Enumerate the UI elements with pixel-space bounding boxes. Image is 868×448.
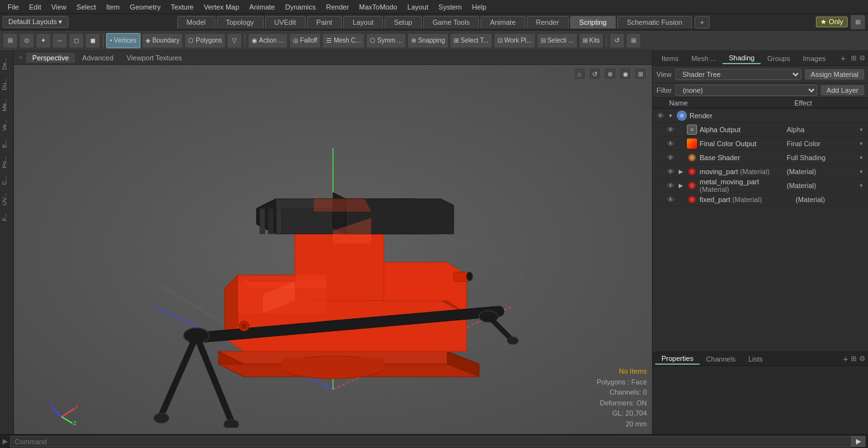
rt-tab-add[interactable]: + [841,53,846,64]
vp-home-btn[interactable]: ⌂ [573,67,586,80]
vp-reset-btn[interactable]: ↺ [588,67,601,80]
tab-paint[interactable]: Paint [307,16,342,29]
expand-final[interactable] [677,140,684,147]
eye-icon-moving[interactable]: 👁 [665,166,675,177]
menu-dynamics[interactable]: Dynamics [280,2,321,12]
menu-file[interactable]: File [3,2,24,12]
rt-tab-mesh[interactable]: Mesh ... [685,53,722,64]
arrow-metal-moving[interactable]: ▾ [857,181,865,190]
expand-fixed[interactable] [677,196,684,203]
sidebar-tab-0[interactable]: De... [0,53,13,74]
layouts-dropdown[interactable]: Default Layouts ▾ [3,16,69,28]
shader-row-base[interactable]: 👁 Base Shader Full Shading ▾ [663,151,868,165]
menu-system[interactable]: System [433,2,467,12]
vp-zoom-btn[interactable]: ⊕ [604,67,616,80]
sidebar-tab-1[interactable]: Du... [0,74,13,94]
rt-tab-items[interactable]: Items [655,53,685,64]
eye-icon-metal-moving[interactable]: 👁 [665,180,675,191]
rt-tab-shading[interactable]: Shading [722,53,761,64]
shader-row-moving[interactable]: 👁 ▶ moving_part (Material) (Material) ▾ [663,165,868,179]
polygons-btn[interactable]: ⬡ Polygons [184,33,226,48]
expand-alpha[interactable] [677,126,684,133]
tab-model[interactable]: Model [177,16,215,29]
expand-metal-moving[interactable]: ▶ [677,182,684,189]
star-badge[interactable]: ★ Only [816,17,848,27]
tab-uvedit[interactable]: UVEdit [265,16,306,29]
action-btn[interactable]: ◉ Action ... [248,33,287,48]
expand-base[interactable] [677,154,684,161]
viewport-canvas[interactable]: ⌂ ↺ ⊕ ◉ ⊞ Y X Z No Items Po [14,65,652,434]
props-settings-icon[interactable]: ⚙ [859,355,865,363]
mesh-btn[interactable]: ☰ Mesh C... [322,33,365,48]
menu-animate[interactable]: Animate [244,2,280,12]
shader-row-fixed[interactable]: 👁 fixed_part (Material) (Material) [663,193,868,207]
sidebar-tab-6[interactable]: C... [0,172,13,189]
vp-view-btn[interactable]: ◉ [619,67,632,80]
menu-render[interactable]: Render [321,2,354,12]
tab-game-tools[interactable]: Game Tools [423,16,480,29]
menu-maxtomodo[interactable]: MaxToModo [354,2,402,12]
grid-toggle[interactable]: ⊞ [3,33,18,48]
falloff-toggle[interactable]: ✦ [36,33,51,48]
viewport-area[interactable]: ≡ Perspective Advanced Viewport Textures [14,51,652,434]
props-tab-add[interactable]: + [843,354,848,364]
sidebar-tab-8[interactable]: F... [0,209,13,225]
rt-tab-images[interactable]: Images [796,53,832,64]
kits-btn[interactable]: ⊞ Kits [579,33,604,48]
tab-scripting[interactable]: Scripting [570,16,616,29]
select-btn[interactable]: ⊞ Select T... [450,33,492,48]
menu-view[interactable]: View [46,2,72,12]
props-expand-icon[interactable]: ⊞ [851,355,857,363]
vp-tab-textures[interactable]: Viewport Textures [120,53,188,63]
sidebar-tab-3[interactable]: Ve... [0,115,13,135]
tab-animate[interactable]: Animate [480,16,525,29]
assign-material-btn[interactable]: Assign Material [805,69,864,79]
arrow-base[interactable]: ▾ [857,153,865,162]
transform-toggle[interactable]: ↔ [52,33,67,48]
eye-icon-render[interactable]: 👁 [655,111,665,121]
tab-plus[interactable]: + [695,16,710,29]
workplane-toggle[interactable]: ⊙ [19,33,34,48]
boundary-btn[interactable]: ◈ Boundary [142,33,184,48]
shader-row-metal-moving[interactable]: 👁 ▶ metal_moving_part (Material) (Materi… [663,179,868,193]
maximize-btn[interactable]: ⊞ [850,15,865,30]
arrow-alpha[interactable]: ▾ [857,125,865,134]
menu-select[interactable]: Select [71,2,101,12]
eye-icon-final[interactable]: 👁 [665,139,675,149]
props-tab-channels[interactable]: Channels [700,354,742,364]
cmd-submit[interactable]: ▶ [851,436,865,447]
vp-tab-perspective[interactable]: Perspective [26,53,75,63]
arrow-final[interactable]: ▾ [857,139,865,148]
snapping-btn[interactable]: ⊕ Snapping [407,33,449,48]
arrow-moving[interactable]: ▾ [857,167,865,176]
mode-dropdown[interactable]: ▽ [227,33,242,48]
eye-icon-base[interactable]: 👁 [665,153,675,163]
menu-edit[interactable]: Edit [24,2,46,12]
menu-layout[interactable]: Layout [402,2,433,12]
tab-topology[interactable]: Topology [217,16,264,29]
tab-layout[interactable]: Layout [343,16,383,29]
symmetry-toggle[interactable]: ◼ [85,33,100,48]
filter-dropdown[interactable]: (none) [675,85,817,96]
tab-setup[interactable]: Setup [384,16,422,29]
vp-menu-icon[interactable]: ≡ [17,53,25,62]
shader-tree[interactable]: 👁 ▾ Render 👁 α Alpha Output Alpha ▾ [653,109,868,351]
props-tab-lists[interactable]: Lists [742,354,770,364]
shader-view-dropdown[interactable]: Shader Tree [675,69,801,80]
vertices-btn[interactable]: • Vertices [106,33,140,48]
cmd-input[interactable] [10,436,851,447]
snap-toggle[interactable]: ◻ [69,33,84,48]
tab-schematic-fusion[interactable]: Schematic Fusion [617,16,691,29]
tab-render[interactable]: Render [527,16,569,29]
vp-expand-btn[interactable]: ⊞ [634,67,647,80]
menu-help[interactable]: Help [467,2,492,12]
rotate-btn[interactable]: ↺ [609,33,625,48]
menu-texture[interactable]: Texture [166,2,199,12]
shader-row-render[interactable]: 👁 ▾ Render [653,109,868,123]
sidebar-tab-7[interactable]: UV... [0,189,13,209]
rt-expand-btn[interactable]: ⊞ [851,54,857,62]
sidebar-tab-4[interactable]: E... [0,135,13,152]
eye-icon-alpha[interactable]: 👁 [665,125,675,135]
menu-item[interactable]: Item [101,2,125,12]
workpl-btn[interactable]: ⊡ Work Pl... [494,33,536,48]
